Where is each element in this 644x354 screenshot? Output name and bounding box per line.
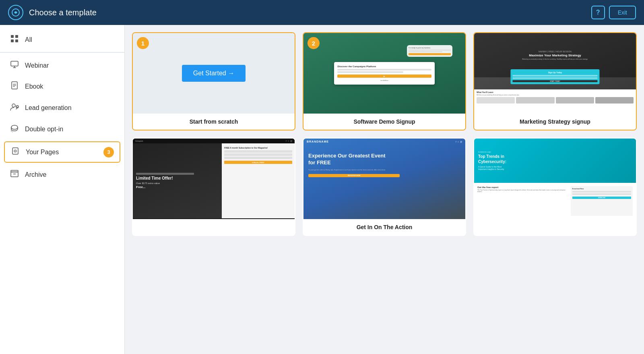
help-button[interactable]: ? xyxy=(591,6,605,19)
sidebar-item-your-pages[interactable]: Your Pages 3 xyxy=(4,141,120,163)
main-layout: All Webinar Ebook xyxy=(0,25,644,354)
pages-icon xyxy=(10,147,20,157)
sidebar-item-label: Webinar xyxy=(25,62,49,69)
template-card-event[interactable]: BRANDNAME f t @ Experience Our Greatest … xyxy=(303,138,466,236)
template-badge-1: 1 xyxy=(137,37,149,49)
sidebar-item-label: All xyxy=(25,36,32,43)
svg-point-10 xyxy=(12,104,15,107)
svg-rect-17 xyxy=(11,172,18,177)
logo-icon xyxy=(8,5,23,20)
template-label-scratch: Start from scratch xyxy=(133,114,295,130)
get-started-button[interactable]: Get Started → xyxy=(182,65,246,82)
svg-rect-2 xyxy=(15,35,18,38)
template-label-event: Get In On The Action xyxy=(303,219,465,235)
template-preview-event: BRANDNAME f t @ Experience Our Greatest … xyxy=(303,139,465,219)
template-preview-marketing: NAVWAY | FREE 2 HOUR SESSION Maximize Yo… xyxy=(474,33,636,114)
template-label-magazine xyxy=(133,219,295,235)
svg-point-15 xyxy=(15,151,16,151)
template-preview-scratch: 1 Get Started → xyxy=(133,33,295,114)
page-title: Choose a template xyxy=(29,8,97,17)
template-card-marketing[interactable]: NAVWAY | FREE 2 HOUR SESSION Maximize Yo… xyxy=(473,32,637,130)
sidebar-item-label: Archive xyxy=(25,171,46,178)
optin-icon xyxy=(10,124,19,134)
svg-point-12 xyxy=(11,125,18,129)
content-area: 1 Get Started → Start from scratch 2 Dis… xyxy=(125,25,644,354)
sidebar-item-ebook[interactable]: Ebook xyxy=(0,76,124,97)
header: Choose a template ? Exit xyxy=(0,0,644,25)
template-preview-magazine: Groupon f t @ Limite xyxy=(133,139,295,219)
archive-icon xyxy=(10,170,19,179)
template-badge-2: 2 xyxy=(308,37,320,49)
sidebar-item-archive[interactable]: Archive xyxy=(0,164,124,185)
software-preview-bg: Discover the Campaigns Platform ▶ sendin… xyxy=(303,33,465,114)
sidebar-item-double-opt-in[interactable]: Double opt-in xyxy=(0,118,124,140)
sidebar-item-webinar[interactable]: Webinar xyxy=(0,55,124,76)
webinar-icon xyxy=(10,61,19,70)
header-left: Choose a template xyxy=(8,5,97,20)
svg-rect-5 xyxy=(11,61,18,66)
template-preview-cyber: BUSINESS LEAD Top Trends inCybersecurity… xyxy=(474,139,636,219)
template-card-scratch[interactable]: 1 Get Started → Start from scratch xyxy=(132,32,295,130)
sidebar-item-label: Your Pages xyxy=(26,149,59,156)
grid-icon xyxy=(10,35,19,45)
sidebar-badge: 3 xyxy=(103,147,114,157)
templates-grid: 1 Get Started → Start from scratch 2 Dis… xyxy=(132,32,637,236)
sidebar-item-all[interactable]: All xyxy=(0,29,124,53)
template-label-cyber xyxy=(474,219,636,235)
template-card-software[interactable]: 2 Discover the Campaigns Platform ▶ send… xyxy=(303,32,466,130)
svg-rect-4 xyxy=(15,39,18,42)
sidebar-item-lead-generation[interactable]: Lead generation xyxy=(0,97,124,118)
sidebar-item-label: Lead generation xyxy=(25,104,72,112)
template-card-magazine[interactable]: Groupon f t @ Limite xyxy=(132,138,295,236)
template-card-cyber[interactable]: BUSINESS LEAD Top Trends inCybersecurity… xyxy=(473,138,637,236)
template-label-software: Software Demo Signup xyxy=(303,114,465,130)
svg-rect-1 xyxy=(11,35,14,38)
lead-icon xyxy=(10,103,19,113)
sidebar: All Webinar Ebook xyxy=(0,25,125,354)
template-label-marketing: Marketing Strategy signup xyxy=(474,114,636,130)
sidebar-item-label: Ebook xyxy=(25,83,43,90)
ebook-icon xyxy=(10,81,19,91)
svg-rect-3 xyxy=(11,39,14,42)
exit-button[interactable]: Exit xyxy=(609,6,636,19)
sidebar-item-label: Double opt-in xyxy=(25,126,63,133)
header-right: ? Exit xyxy=(591,6,636,19)
template-preview-software: 2 Discover the Campaigns Platform ▶ send… xyxy=(303,33,465,114)
